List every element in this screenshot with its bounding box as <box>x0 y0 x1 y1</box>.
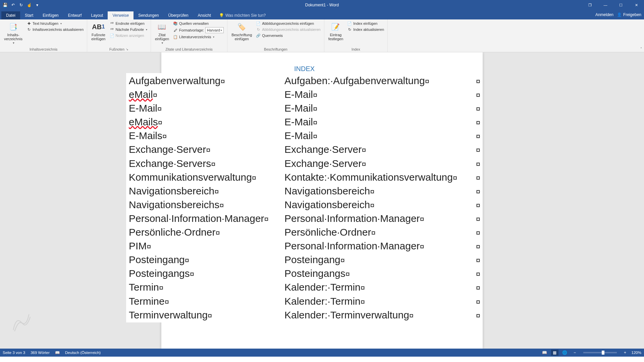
zoom-out-icon[interactable]: − <box>571 350 579 356</box>
chevron-down-icon: ▼ <box>12 42 15 45</box>
group-fussnoten: AB1 Fußnote einfügen ᴬᴮ Endnote einfügen… <box>87 19 151 52</box>
table-row: E-Mails¤E-Mail¤¤ <box>126 129 483 142</box>
share-link[interactable]: 👤 Freigeben <box>617 12 641 17</box>
document-title: Dokument1 - Word <box>305 3 339 7</box>
word-count[interactable]: 369 Wörter <box>31 351 50 355</box>
tab-entwurf[interactable]: Entwurf <box>63 11 87 19</box>
watermark-logo <box>8 309 34 337</box>
page[interactable]: INDEX Aufgabenverwaltung¤Aufgaben:·Aufga… <box>161 52 483 349</box>
statusbar: Seite 3 von 3 369 Wörter 📖 Deutsch (Öste… <box>0 349 644 357</box>
touch-mode-icon[interactable]: ☝ <box>26 2 32 8</box>
read-mode-icon[interactable]: 📖 <box>541 350 548 356</box>
ribbon-display-icon[interactable]: ❐ <box>582 0 598 10</box>
tab-verweise[interactable]: Verweise <box>108 11 133 19</box>
insert-caption-label: Beschriftung einfügen <box>231 33 252 41</box>
page-indicator[interactable]: Seite 3 von 3 <box>3 351 25 355</box>
zoom-level[interactable]: 120% <box>632 351 641 355</box>
table-row: Posteingangs¤Posteingangs¤¤ <box>126 266 483 280</box>
style-value[interactable]: Harvard ▾ <box>205 27 224 33</box>
table-row: PIM¤Personal·Information·Manager¤¤ <box>126 239 483 253</box>
insert-figure-list-button[interactable]: 📄 Abbildungsverzeichnis einfügen <box>255 21 321 26</box>
table-row: Posteingang¤Posteingang¤¤ <box>126 253 483 266</box>
insert-citation-label: Zitat einfügen <box>155 33 169 41</box>
next-footnote-icon: ᴬᴮ <box>110 27 114 32</box>
undo-icon[interactable]: ↶ <box>10 2 16 8</box>
language-indicator[interactable]: Deutsch (Österreich) <box>65 351 101 355</box>
bibliography-button[interactable]: 📋 Literaturverzeichnis ▾ <box>172 34 224 40</box>
table-row: Exchange·Server¤Exchange·Server¤¤ <box>126 142 483 156</box>
add-text-button[interactable]: ✚ Text hinzufügen ▾ <box>26 21 84 26</box>
table-row: Personal·Information·Manager¤Personal·In… <box>126 212 483 225</box>
minimize-icon[interactable]: — <box>598 0 613 10</box>
chevron-down-icon: ▾ <box>60 22 62 25</box>
update-icon: ↻ <box>256 27 261 32</box>
tab-einfuegen[interactable]: Einfügen <box>38 11 63 19</box>
group-label: Index <box>327 47 385 51</box>
qat-customize-icon[interactable]: ▾ <box>34 2 40 8</box>
update-index-button[interactable]: ↻ Index aktualisieren <box>346 27 385 32</box>
tab-sendungen[interactable]: Sendungen <box>133 11 163 19</box>
table-row: Terminverwaltung¤Kalender:·Terminverwalt… <box>126 308 483 322</box>
insert-endnote-label: Endnote einfügen <box>116 21 145 25</box>
update-toc-button[interactable]: ↻ Inhaltsverzeichnis aktualisieren <box>26 27 84 32</box>
cross-reference-button[interactable]: 🔗 Querverweis <box>255 33 321 38</box>
manage-sources-button[interactable]: 📚 Quellen verwalten <box>172 21 224 26</box>
table-row: Exchange·Servers¤Exchange·Server¤¤ <box>126 157 483 170</box>
insert-index-label: Index einfügen <box>353 21 377 25</box>
group-index: 📝 Eintrag festlegen 📄 Index einfügen ↻ I… <box>324 19 388 52</box>
insert-citation-button[interactable]: 📖 Zitat einfügen ▼ <box>154 21 170 45</box>
tab-start[interactable]: Start <box>20 11 38 19</box>
table-row: eMails¤E-Mail¤¤ <box>126 115 483 129</box>
document-area[interactable]: INDEX Aufgabenverwaltung¤Aufgaben:·Aufga… <box>0 52 644 349</box>
dialog-launcher-icon[interactable]: ↘ <box>126 48 128 51</box>
tab-ueberpruefen[interactable]: Überprüfen <box>164 11 193 19</box>
mark-entry-icon: 📝 <box>330 21 341 32</box>
insert-footnote-label: Fußnote einfügen <box>91 33 105 41</box>
group-label: Beschriftungen <box>230 47 321 51</box>
citation-style-select[interactable]: 🖉 Formatvorlage: Harvard ▾ <box>172 27 224 34</box>
toc-icon: 📑 <box>8 21 19 32</box>
web-layout-icon[interactable]: 🌐 <box>561 350 569 356</box>
tell-me-search[interactable]: 💡 Was möchten Sie tun? <box>216 11 269 19</box>
collapse-ribbon-icon[interactable]: ˄ <box>640 47 642 51</box>
group-label: Zitate und Literaturverzeichnis <box>154 47 224 51</box>
insert-caption-button[interactable]: 🏷️ Beschriftung einfügen <box>230 21 253 42</box>
sign-in-link[interactable]: Anmelden <box>595 12 613 17</box>
group-label: Inhaltsverzeichnis <box>3 47 84 51</box>
tab-datei[interactable]: Datei <box>1 11 20 19</box>
toc-button[interactable]: 📑 Inhalts- verzeichnis ▼ <box>3 21 24 45</box>
close-icon[interactable]: ✕ <box>629 0 644 10</box>
save-icon[interactable]: 💾 <box>2 2 8 8</box>
update-toc-label: Inhaltsverzeichnis aktualisieren <box>33 27 84 32</box>
insert-figure-list-label: Abbildungsverzeichnis einfügen <box>262 21 314 25</box>
insert-index-button[interactable]: 📄 Index einfügen <box>346 21 385 26</box>
group-inhaltsverzeichnis: 📑 Inhalts- verzeichnis ▼ ✚ Text hinzufüg… <box>0 19 87 52</box>
zoom-in-icon[interactable]: + <box>622 350 629 356</box>
insert-endnote-button[interactable]: ᴬᴮ Endnote einfügen <box>109 21 148 26</box>
table-row: Termine¤Kalender:·Termin¤¤ <box>126 294 483 308</box>
proofing-icon[interactable]: 📖 <box>55 350 60 355</box>
next-footnote-label: Nächste Fußnote <box>116 27 144 32</box>
redo-icon[interactable]: ↻ <box>18 2 24 8</box>
cross-reference-label: Querverweis <box>262 34 283 38</box>
zoom-slider[interactable] <box>583 352 617 353</box>
share-icon: 👤 <box>617 12 622 17</box>
caption-icon: 🏷️ <box>236 21 247 32</box>
update-figure-list-button: ↻ Abbildungsverzeichnis aktualisieren <box>255 27 321 32</box>
tab-ansicht[interactable]: Ansicht <box>193 11 216 19</box>
print-layout-icon[interactable]: ▦ <box>551 350 558 356</box>
insert-footnote-button[interactable]: AB1 Fußnote einfügen <box>90 21 107 42</box>
mark-entry-button[interactable]: 📝 Eintrag festlegen <box>327 21 345 42</box>
tab-layout[interactable]: Layout <box>86 11 108 19</box>
maximize-icon[interactable]: ☐ <box>613 0 629 10</box>
next-footnote-button[interactable]: ᴬᴮ Nächste Fußnote ▾ <box>109 27 148 32</box>
insert-index-icon: 📄 <box>347 21 352 26</box>
lightbulb-icon: 💡 <box>219 13 224 18</box>
table-row: Navigationsbereich¤Navigationsbereich¤¤ <box>126 184 483 198</box>
share-label: Freigeben <box>623 12 641 17</box>
style-label: Formatvorlage: <box>179 28 204 32</box>
mark-entry-label: Eintrag festlegen <box>328 33 343 41</box>
manage-sources-label: Quellen verwalten <box>179 21 209 25</box>
chevron-down-icon: ▾ <box>146 28 147 31</box>
table-row: Persönliche·Ordner¤Persönliche·Ordner¤¤ <box>126 225 483 239</box>
